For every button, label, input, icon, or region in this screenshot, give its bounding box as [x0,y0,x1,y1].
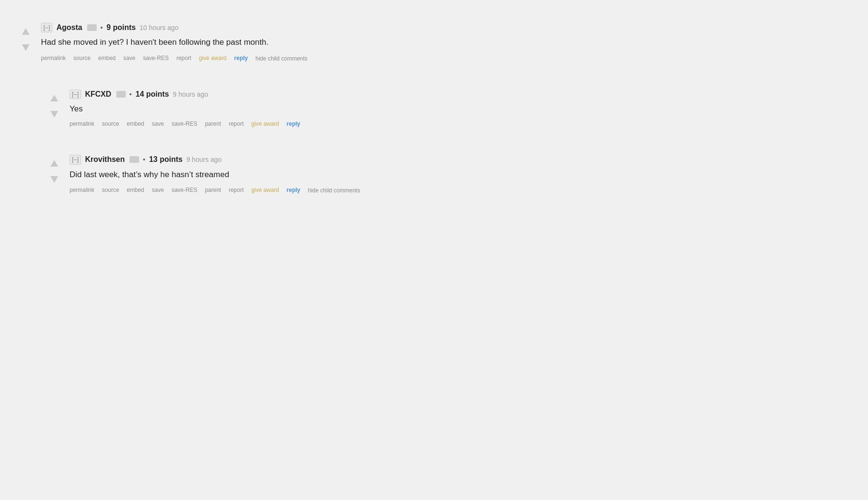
comment-actions-3: permalink source embed save save-RES par… [70,186,686,194]
comment-inner-1: [–] Agosta • 9 points 10 hours ago Had s… [19,23,686,62]
vote-column-1 [19,25,32,54]
collapse-button-3[interactable]: [–] [70,155,81,164]
save-res-link-3[interactable]: save-RES [172,187,197,193]
dot-3: • [143,156,145,163]
comment-header-1: [–] Agosta • 9 points 10 hours ago [41,23,686,32]
vote-column-2 [48,91,61,121]
save-res-link-2[interactable]: save-RES [172,120,197,127]
save-link-2[interactable]: save [152,120,164,127]
upvote-button-2[interactable] [48,91,61,105]
permalink-link-3[interactable]: permalink [70,187,94,193]
embed-link-2[interactable]: embed [127,120,144,127]
comment-inner-3: [–] Krovithsen • 13 points 9 hours ago D… [48,155,686,194]
reply-link-3[interactable]: reply [287,187,301,193]
vote-column-3 [48,157,61,186]
permalink-link-1[interactable]: permalink [41,55,66,61]
svg-marker-1 [22,44,30,51]
comments-container: [–] Agosta • 9 points 10 hours ago Had s… [19,10,686,203]
save-link-1[interactable]: save [123,55,135,61]
upvote-button-3[interactable] [48,157,61,170]
timestamp-3: 9 hours ago [186,156,222,163]
comment-header-2: [–] KFCXD • 14 points 9 hours ago [70,90,686,99]
embed-link-1[interactable]: embed [98,55,116,61]
downvote-button-1[interactable] [19,41,32,54]
actions-row1-2: permalink source embed save save-RES par… [70,120,308,127]
permalink-link-2[interactable]: permalink [70,120,94,127]
points-1: 9 points [107,23,136,32]
reply-link-1[interactable]: reply [234,55,248,61]
svg-marker-3 [50,111,58,118]
comment-block-1: [–] Agosta • 9 points 10 hours ago Had s… [19,10,686,71]
comment-actions-1: permalink source embed save save-RES rep… [41,54,686,62]
downvote-button-3[interactable] [48,173,61,186]
svg-marker-4 [50,160,58,167]
timestamp-1: 10 hours ago [140,24,179,31]
user-icon-1 [87,24,97,31]
timestamp-2: 9 hours ago [173,90,208,98]
parent-link-2[interactable]: parent [205,120,221,127]
comment-text-1: Had she moved in yet? I haven't been fol… [41,36,686,49]
user-icon-3 [130,156,139,163]
points-2: 14 points [135,90,169,99]
dot-1: • [101,24,103,31]
points-3: 13 points [149,155,182,164]
svg-marker-2 [50,95,58,101]
collapse-button-1[interactable]: [–] [41,23,52,32]
comment-text-3: Did last week, that’s why he hasn’t stre… [70,169,686,181]
give-award-link-2[interactable]: give award [252,120,279,127]
username-3: Krovithsen [85,155,125,164]
save-res-link-1[interactable]: save-RES [143,55,169,61]
svg-marker-0 [22,28,30,35]
upvote-button-1[interactable] [19,25,32,38]
embed-link-3[interactable]: embed [127,187,144,193]
source-link-3[interactable]: source [102,187,119,193]
hide-child-comments-link-1[interactable]: hide child comments [255,55,307,62]
comment-actions-2: permalink source embed save save-RES par… [70,120,686,127]
user-icon-2 [116,91,126,98]
report-link-3[interactable]: report [229,187,243,193]
give-award-link-1[interactable]: give award [199,55,227,61]
username-1: Agosta [56,23,82,32]
source-link-1[interactable]: source [73,55,91,61]
comment-inner-2: [–] KFCXD • 14 points 9 hours ago Yes pe… [48,90,686,128]
reply-link-2[interactable]: reply [287,120,301,127]
comment-block-3: [–] Krovithsen • 13 points 9 hours ago D… [19,141,686,203]
report-link-2[interactable]: report [229,120,243,127]
actions-row1-1: permalink source embed save save-RES rep… [41,54,255,62]
give-award-link-3[interactable]: give award [252,187,279,193]
parent-link-3[interactable]: parent [205,187,221,193]
comment-block-2: [–] KFCXD • 14 points 9 hours ago Yes pe… [19,76,686,137]
actions-row2-3: hide child comments [308,187,367,194]
report-link-1[interactable]: report [176,55,191,61]
collapse-button-2[interactable]: [–] [70,90,81,99]
username-2: KFCXD [85,90,111,99]
dot-2: • [130,90,132,98]
svg-marker-5 [50,176,58,183]
actions-row2-1: hide child comments [255,55,315,62]
comment-text-2: Yes [70,103,686,115]
comment-content-2: [–] KFCXD • 14 points 9 hours ago Yes pe… [70,90,686,128]
comment-content-3: [–] Krovithsen • 13 points 9 hours ago D… [70,155,686,194]
downvote-button-2[interactable] [48,108,61,121]
hide-child-comments-link-3[interactable]: hide child comments [308,187,360,194]
comment-content-1: [–] Agosta • 9 points 10 hours ago Had s… [41,23,686,62]
source-link-2[interactable]: source [102,120,119,127]
save-link-3[interactable]: save [152,187,164,193]
comment-header-3: [–] Krovithsen • 13 points 9 hours ago [70,155,686,164]
actions-row1-3: permalink source embed save save-RES par… [70,186,308,194]
page-wrapper: [–] Agosta • 9 points 10 hours ago Had s… [0,0,868,500]
